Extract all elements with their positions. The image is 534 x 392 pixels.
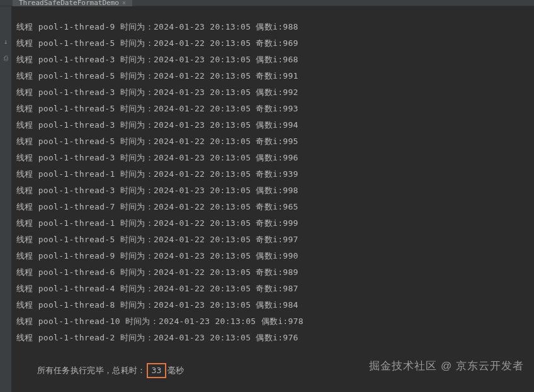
log-line: 线程 pool-1-thread-5 时间为：2024-01-22 20:13:… (16, 133, 534, 150)
log-line: 线程 pool-1-thread-3 时间为：2024-01-23 20:13:… (16, 150, 534, 166)
log-line: 线程 pool-1-thread-3 时间为：2024-01-23 20:13:… (16, 52, 534, 68)
log-line: 线程 pool-1-thread-3 时间为：2024-01-23 20:13:… (16, 84, 534, 101)
watermark: 掘金技术社区 @ 京东云开发者 (369, 359, 524, 373)
log-line: 线程 pool-1-thread-5 时间为：2024-01-22 20:13:… (16, 101, 534, 117)
log-line: 线程 pool-1-thread-9 时间为：2024-01-23 20:13:… (16, 19, 534, 35)
summary-prefix: 所有任务执行完毕，总耗时： (37, 366, 146, 375)
log-line: 线程 pool-1-thread-4 时间为：2024-01-22 20:13:… (16, 281, 534, 297)
log-line: 线程 pool-1-thread-1 时间为：2024-01-22 20:13:… (16, 166, 534, 182)
log-line: 线程 pool-1-thread-6 时间为：2024-01-22 20:13:… (16, 264, 534, 281)
tab-title: ThreadSafeDateFormatDemo (19, 0, 119, 6)
log-line: 线程 pool-1-thread-9 时间为：2024-01-23 20:13:… (16, 248, 534, 264)
log-line: 线程 pool-1-thread-3 时间为：2024-01-23 20:13:… (16, 117, 534, 133)
log-line: 线程 pool-1-thread-2 时间为：2024-01-23 20:13:… (16, 330, 534, 346)
log-line: 线程 pool-1-thread-3 时间为：2024-01-23 20:13:… (16, 182, 534, 199)
log-line: 线程 pool-1-thread-10 时间为：2024-01-23 20:13… (16, 313, 534, 330)
file-tab[interactable]: ThreadSafeDateFormatDemo × (13, 0, 132, 6)
gutter: ↓ ⎙ (0, 6, 11, 392)
log-line: 线程 pool-1-thread-1 时间为：2024-01-22 20:13:… (16, 215, 534, 232)
log-line: 线程 pool-1-thread-7 时间为：2024-01-22 20:13:… (16, 199, 534, 215)
log-line: 线程 pool-1-thread-5 时间为：2024-01-22 20:13:… (16, 35, 534, 52)
log-line: 线程 pool-1-thread-5 时间为：2024-01-22 20:13:… (16, 68, 534, 84)
summary-suffix: 毫秒 (168, 366, 185, 375)
console-output: 线程 pool-1-thread-9 时间为：2024-01-23 20:13:… (0, 6, 534, 392)
log-line: 线程 pool-1-thread-8 时间为：2024-01-23 20:13:… (16, 297, 534, 313)
log-line: 线程 pool-1-thread-5 时间为：2024-01-22 20:13:… (16, 232, 534, 248)
close-icon[interactable]: × (122, 0, 126, 6)
tab-bar: ThreadSafeDateFormatDemo × (0, 0, 534, 6)
print-icon[interactable]: ⎙ (2, 54, 9, 62)
download-icon[interactable]: ↓ (2, 38, 9, 45)
summary-highlight: 33 (147, 363, 166, 378)
